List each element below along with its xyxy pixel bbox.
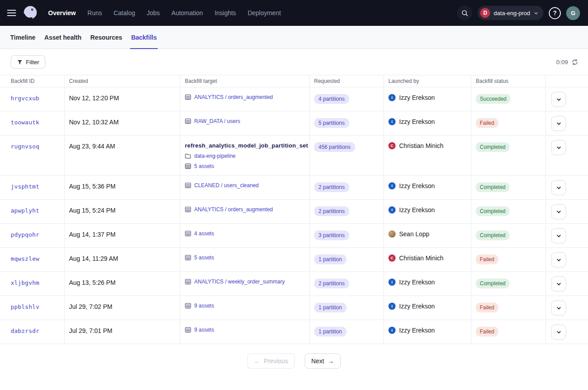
status-badge: Completed bbox=[476, 230, 510, 240]
user-avatar-photo bbox=[388, 230, 396, 238]
user-avatar-initial: I bbox=[388, 118, 396, 125]
dagster-logo-icon[interactable] bbox=[21, 4, 39, 22]
requested-partitions-badge: 2 partitions bbox=[314, 182, 349, 192]
asset-link[interactable]: RAW_DATA / users bbox=[185, 118, 240, 124]
backfill-id-link[interactable]: pdypqohr bbox=[11, 231, 39, 238]
nav-item-jobs[interactable]: Jobs bbox=[147, 9, 160, 16]
requested-partitions-badge: 1 partition bbox=[314, 255, 347, 264]
user-avatar[interactable]: G bbox=[566, 6, 580, 20]
requested-partitions-badge: 5 partitions bbox=[314, 118, 349, 128]
assets-count-link[interactable]: 9 assets bbox=[185, 327, 214, 333]
nav-right: D data-eng-prod ? G bbox=[457, 5, 580, 21]
nav-item-deployment[interactable]: Deployment bbox=[248, 9, 281, 16]
user-name: Christian Minich bbox=[399, 142, 444, 149]
arrow-left-icon: ← bbox=[254, 357, 260, 365]
repository-link[interactable]: data-eng-pipeline bbox=[185, 153, 236, 159]
backfill-id-link[interactable]: hrgvcxub bbox=[11, 95, 39, 102]
row-expand-button[interactable] bbox=[551, 324, 566, 340]
nav-item-overview[interactable]: Overview bbox=[48, 9, 76, 16]
status-badge: Failed bbox=[476, 118, 498, 128]
row-expand-button[interactable] bbox=[551, 228, 566, 243]
workspace-switcher[interactable]: D data-eng-prod bbox=[478, 6, 543, 20]
backfill-id-link[interactable]: dabzrsdr bbox=[11, 328, 39, 334]
previous-page-button[interactable]: ← Previous bbox=[247, 353, 294, 369]
chevron-down-icon bbox=[556, 121, 561, 126]
chevron-down-icon bbox=[556, 258, 561, 263]
previous-label: Previous bbox=[264, 357, 288, 365]
assets-count-link[interactable]: 9 assets bbox=[185, 303, 214, 309]
assets-count-link[interactable]: 5 assets bbox=[185, 255, 214, 261]
backfill-id-link[interactable]: apwplyht bbox=[11, 207, 39, 214]
table-body: hrgvcxubNov 12, 12:20 PMANALYTICS / orde… bbox=[0, 87, 588, 344]
created-timestamp: Nov 12, 12:20 PM bbox=[69, 94, 119, 102]
asset-link[interactable]: ANALYTICS / orders_augmented bbox=[185, 94, 273, 100]
filter-button[interactable]: Filter bbox=[11, 55, 45, 69]
tab-resources[interactable]: Resources bbox=[90, 26, 123, 49]
column-header-backfill-id: Backfill ID bbox=[0, 75, 65, 87]
created-timestamp: Aug 14, 11:29 AM bbox=[69, 255, 118, 262]
launched-by: Sean Lopp bbox=[388, 230, 466, 238]
asset-table-icon bbox=[185, 182, 191, 189]
tab-backfills[interactable]: Backfills bbox=[130, 26, 158, 49]
status-badge: Failed bbox=[476, 303, 498, 312]
asset-table-icon bbox=[185, 206, 191, 213]
requested-partitions-badge: 1 partition bbox=[314, 303, 347, 312]
next-page-button[interactable]: Next → bbox=[305, 353, 341, 369]
row-expand-button[interactable] bbox=[551, 276, 566, 291]
user-name: Izzy Erekson bbox=[399, 327, 435, 334]
backfill-id-link[interactable]: mqwszlew bbox=[11, 255, 39, 262]
nav-item-insights[interactable]: Insights bbox=[215, 9, 236, 16]
backfill-id-link[interactable]: rugnvsoq bbox=[11, 143, 39, 150]
asset-link[interactable]: ANALYTICS / weekly_order_summary bbox=[185, 279, 285, 285]
tab-timeline[interactable]: Timeline bbox=[9, 26, 37, 49]
table-row: ppblshlvJul 29, 7:02 PM9 assets1 partiti… bbox=[0, 296, 588, 320]
column-header-actions bbox=[546, 75, 588, 87]
assets-count-link[interactable]: 5 assets bbox=[185, 163, 214, 169]
refresh-icon[interactable] bbox=[572, 59, 578, 66]
user-name: Izzy Erekson bbox=[399, 94, 435, 101]
row-expand-button[interactable] bbox=[551, 180, 566, 195]
help-icon[interactable]: ? bbox=[549, 7, 561, 19]
assets-count-link[interactable]: 4 assets bbox=[185, 230, 214, 237]
backfill-id-link[interactable]: jvsphtmt bbox=[11, 183, 39, 190]
menu-icon[interactable] bbox=[7, 8, 16, 18]
user-name: Christian Minich bbox=[399, 255, 444, 262]
folder-icon bbox=[185, 153, 191, 159]
asset-link[interactable]: ANALYTICS / orders_augmented bbox=[185, 206, 273, 213]
user-avatar-initial: I bbox=[388, 182, 396, 189]
table-row: xljbgvhmAug 13, 5:26 PMANALYTICS / weekl… bbox=[0, 272, 588, 296]
filter-label: Filter bbox=[26, 59, 39, 66]
backfill-id-link[interactable]: ppblshlv bbox=[11, 304, 39, 310]
row-expand-button[interactable] bbox=[551, 204, 566, 219]
backfill-id-link[interactable]: xljbgvhm bbox=[11, 279, 39, 286]
asset-link[interactable]: CLEANED / users_cleaned bbox=[185, 182, 259, 189]
asset-table-icon bbox=[185, 118, 191, 124]
row-expand-button[interactable] bbox=[551, 252, 566, 267]
table-row: rugnvsoqAug 23, 9:44 AMrefresh_analytics… bbox=[0, 135, 588, 176]
search-icon[interactable] bbox=[457, 5, 472, 21]
launched-by: IIzzy Erekson bbox=[388, 182, 466, 189]
nav-item-catalog[interactable]: Catalog bbox=[114, 9, 135, 16]
table-row: jvsphtmtAug 15, 5:36 PMCLEANED / users_c… bbox=[0, 176, 588, 200]
nav-item-automation[interactable]: Automation bbox=[172, 9, 203, 16]
asset-table-icon bbox=[185, 255, 191, 261]
nav-item-runs[interactable]: Runs bbox=[87, 9, 102, 16]
status-badge: Completed bbox=[476, 182, 510, 192]
backfill-id-link[interactable]: toowautk bbox=[11, 119, 39, 126]
table-row: mqwszlewAug 14, 11:29 AM5 assets1 partit… bbox=[0, 248, 588, 272]
launched-by: IIzzy Erekson bbox=[388, 94, 466, 101]
asset-table-icon bbox=[185, 230, 191, 237]
tab-asset-health[interactable]: Asset health bbox=[44, 26, 82, 49]
requested-partitions-badge: 4 partitions bbox=[314, 94, 349, 104]
launched-by: IIzzy Erekson bbox=[388, 303, 466, 310]
row-expand-button[interactable] bbox=[551, 300, 566, 316]
row-expand-button[interactable] bbox=[551, 116, 566, 131]
row-expand-button[interactable] bbox=[551, 140, 566, 155]
requested-partitions-badge: 2 partitions bbox=[314, 279, 349, 288]
table-row: apwplyhtAug 15, 5:24 PMANALYTICS / order… bbox=[0, 200, 588, 224]
row-expand-button[interactable] bbox=[551, 92, 566, 107]
user-avatar-initial: I bbox=[388, 303, 396, 310]
top-nav: OverviewRunsCatalogJobsAutomationInsight… bbox=[0, 0, 588, 26]
user-name: Izzy Erekson bbox=[399, 206, 435, 213]
table-header: Backfill IDCreatedBackfill targetRequest… bbox=[0, 75, 588, 87]
